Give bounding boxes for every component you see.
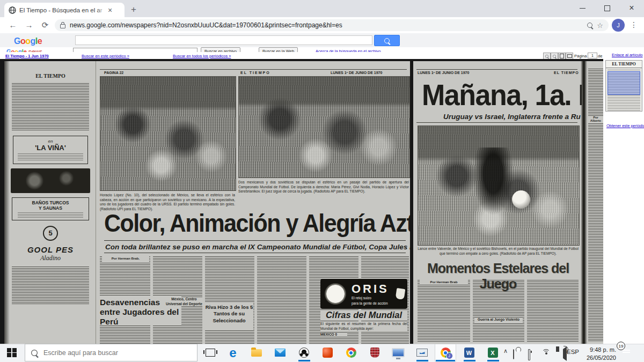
rail-ad-gool: GOOL PES xyxy=(5,245,96,254)
address-bar[interactable]: news.google.com/newspapers?nid=N2osnxbUu… xyxy=(55,19,609,31)
refresh-icon[interactable]: ⟳ xyxy=(39,20,52,30)
taskbar-chrome-active[interactable]: J xyxy=(435,344,456,361)
globe-favicon xyxy=(9,6,16,14)
forward-icon[interactable]: → xyxy=(23,20,35,29)
red-shield-icon xyxy=(370,348,379,358)
search-this-paper-link[interactable]: Buscar en este periódico » xyxy=(82,54,129,58)
photo-caption: Lance entre Valverde, de México y el sov… xyxy=(418,247,579,257)
search-icon xyxy=(384,38,390,43)
page-thumbnail[interactable]: EL TIEMPO xyxy=(605,60,642,112)
column-gap xyxy=(306,256,309,344)
window-minimize-button[interactable] xyxy=(570,0,595,16)
right-subhead: Uruguay vs Israel, Inglaterra frente a R… xyxy=(443,113,581,121)
rail-ad-aladino: Aladino xyxy=(5,254,96,262)
task-view-icon xyxy=(206,349,215,357)
breadcrumb[interactable]: El Tiempo - 1 Jun 1970 xyxy=(5,54,49,58)
cifras-score-line: MEXICO 0 xyxy=(320,333,347,336)
new-tab-button[interactable]: + xyxy=(131,4,136,15)
tab-title: El Tiempo - Búsqueda en el archi xyxy=(19,7,103,13)
oris-name: ORIS xyxy=(352,282,389,296)
screen: El Tiempo - Búsqueda en el archi × + × ←… xyxy=(0,0,644,362)
battery-icon[interactable] xyxy=(528,350,530,360)
rail-ad-lavina-name: 'LA VIÑA' xyxy=(14,144,86,152)
onedrive-icon[interactable] xyxy=(513,350,514,359)
oris-ad: ORIS El reloj suizo para la gente de acc… xyxy=(320,279,407,309)
chrome-icon: J xyxy=(441,348,451,358)
oris-shield xyxy=(396,288,406,300)
right-page-paper: EL TIEMPO xyxy=(554,71,579,75)
rail-badge-5: 5 xyxy=(43,226,58,241)
thumbnail-selection xyxy=(608,71,640,95)
rail-listing-lines xyxy=(12,267,89,304)
clock-time: 9:48 p. m. xyxy=(581,346,616,354)
window-restore-button[interactable] xyxy=(595,0,619,16)
column-gap xyxy=(254,256,257,344)
tray-chevron-icon[interactable]: ∧ xyxy=(503,348,508,354)
page-rule xyxy=(104,253,406,253)
taskbar-word[interactable]: W xyxy=(458,344,480,361)
newspaper-left-page[interactable]: EL TIEMPO en 'LA VIÑA' BAÑOS TURCOS Y SA… xyxy=(4,61,410,344)
google-search-input[interactable] xyxy=(75,35,372,45)
taskbar-performance-monitor[interactable] xyxy=(411,344,433,361)
bookmark-star-icon[interactable]: ☆ xyxy=(597,21,603,29)
taskbar-mail[interactable] xyxy=(269,344,291,361)
thumbnail-masthead: EL TIEMPO xyxy=(606,61,642,68)
far-right-column: Por Alberto xyxy=(588,69,603,341)
taskbar-clock[interactable]: 9:48 p. m. 26/05/2020 xyxy=(581,346,616,362)
taskbar-search-input[interactable] xyxy=(42,349,173,357)
rail-ad-lavina-pre: en xyxy=(14,139,86,144)
browser-menu-icon[interactable]: ⋮ xyxy=(630,20,638,29)
taskbar-file-explorer[interactable] xyxy=(246,344,267,361)
rail-masthead: EL TIEMPO xyxy=(5,73,96,79)
search-icon xyxy=(31,350,38,356)
photo-player-figure xyxy=(469,147,517,223)
profile-avatar[interactable]: J xyxy=(612,19,625,32)
taskbar-this-pc[interactable] xyxy=(387,344,409,361)
fit-page-icon xyxy=(567,54,572,58)
left-page-number: PAGINA 22 xyxy=(104,71,123,75)
taskbar-office[interactable] xyxy=(317,344,338,361)
taskbar-shield-app[interactable] xyxy=(364,344,385,361)
taskbar-chrome[interactable] xyxy=(340,344,362,361)
chrome-icon xyxy=(346,348,356,358)
get-newspaper-link[interactable]: Obtener este periódico xyxy=(606,123,644,128)
back-icon[interactable]: ← xyxy=(6,20,19,29)
rail-ad-lavina: en 'LA VIÑA' xyxy=(13,136,88,164)
office-icon xyxy=(323,348,333,358)
rail-ad-lines xyxy=(18,153,83,161)
taskbar-excel[interactable]: X xyxy=(482,344,503,361)
google-logo: Google xyxy=(14,36,42,46)
photo-ball xyxy=(512,190,530,209)
google-search-button[interactable] xyxy=(374,35,400,46)
page-rule xyxy=(104,240,406,241)
zoom-page-icon[interactable] xyxy=(587,23,592,28)
page-number-input[interactable]: 1 xyxy=(588,53,597,58)
logo-letter: o xyxy=(20,36,25,46)
article-link[interactable]: Enlace al artículo xyxy=(612,53,643,57)
zoom-out-icon xyxy=(545,55,548,58)
language-indicator[interactable]: ESP xyxy=(567,349,579,355)
tab-close-icon[interactable]: × xyxy=(108,6,112,14)
section-sub-guerra: Guerra al Juego Violento xyxy=(474,317,523,322)
newspaper-right-page[interactable]: LUNES 1º DE JUNIO DE 1970 EL TIEMPO Maña… xyxy=(413,61,603,344)
browser-tab[interactable]: El Tiempo - Búsqueda en el archi × xyxy=(4,3,125,17)
byline: Por Herman Brab. xyxy=(102,256,149,262)
column-gap xyxy=(524,280,527,342)
taskbar-edge[interactable]: e xyxy=(222,344,244,361)
notification-badge: 19 xyxy=(617,342,625,350)
taskbar-football-app[interactable] xyxy=(293,344,314,361)
window-close-button[interactable]: × xyxy=(619,0,644,16)
wifi-icon[interactable] xyxy=(542,349,551,354)
volume-icon[interactable] xyxy=(556,349,567,359)
page-label: Página xyxy=(574,54,587,58)
taskbar-search[interactable] xyxy=(25,344,197,361)
start-button[interactable] xyxy=(1,344,23,361)
url-text[interactable]: news.google.com/newspapers?nid=N2osnxbUu… xyxy=(70,21,583,29)
excel-icon: X xyxy=(488,348,498,358)
right-page-main: LUNES 1º DE JUNIO DE 1970 EL TIEMPO Maña… xyxy=(413,61,582,344)
task-view-button[interactable] xyxy=(200,344,221,361)
taskbar-indicator xyxy=(464,360,475,361)
search-all-papers-link[interactable]: Buscar en todos los periódicos » xyxy=(173,54,231,58)
edge-icon: e xyxy=(229,347,236,359)
section-headline-cifras: Cifras del Mundial xyxy=(320,310,407,320)
